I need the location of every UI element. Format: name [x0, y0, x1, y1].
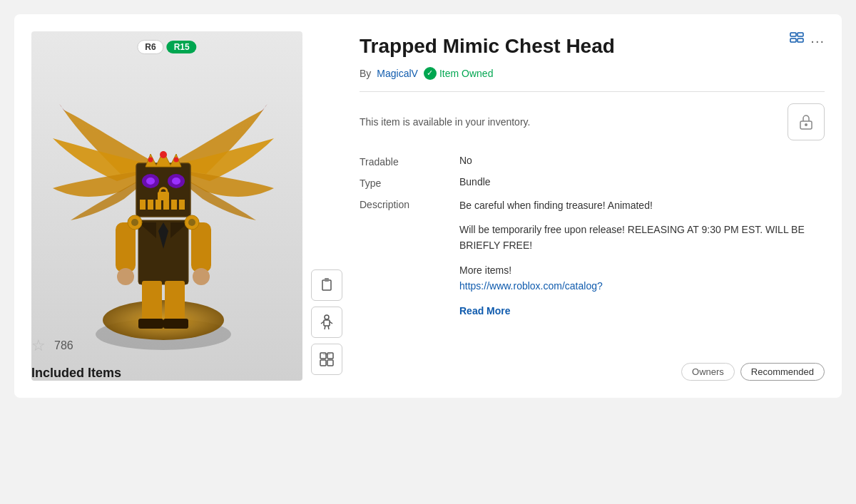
svg-rect-16	[163, 200, 169, 210]
svg-line-37	[328, 326, 329, 329]
type-value: Bundle	[459, 176, 825, 189]
creator-link[interactable]: MagicalV	[377, 68, 418, 79]
inventory-row: This item is available in your inventory…	[360, 103, 825, 140]
svg-rect-42	[320, 360, 326, 366]
svg-rect-43	[327, 360, 333, 366]
svg-rect-35	[324, 320, 330, 326]
svg-point-1	[103, 300, 224, 340]
right-section: ··· Trapped Mimic Chest Head By MagicalV…	[360, 31, 825, 381]
left-section: R6 R15	[31, 31, 342, 381]
svg-rect-41	[327, 353, 333, 359]
character-svg	[53, 38, 281, 352]
type-label: Type	[360, 176, 459, 189]
svg-rect-40	[320, 353, 326, 359]
details-grid: Tradable No Type Bundle Description Be c…	[360, 155, 825, 319]
owners-tab[interactable]: Owners	[681, 363, 735, 381]
svg-rect-7	[163, 319, 188, 329]
grid-view-button[interactable]	[311, 344, 342, 375]
description-line2: Will be temporarily free upon release! R…	[459, 222, 825, 254]
torso-view-button[interactable]	[311, 269, 342, 301]
svg-point-22	[172, 178, 180, 185]
check-icon: ✓	[424, 67, 437, 80]
svg-rect-15	[156, 200, 161, 210]
svg-rect-47	[790, 38, 796, 42]
tradable-label: Tradable	[360, 155, 459, 168]
svg-point-25	[148, 158, 153, 163]
svg-rect-18	[179, 200, 185, 210]
svg-point-30	[188, 219, 195, 226]
lock-button[interactable]	[788, 103, 825, 140]
description-line1: Be careful when finding treasure! Animat…	[459, 197, 825, 213]
svg-point-26	[174, 158, 179, 163]
svg-rect-17	[171, 200, 177, 210]
favorites-count: 786	[54, 339, 73, 352]
star-icon[interactable]: ☆	[31, 336, 46, 355]
divider	[360, 91, 825, 92]
view-buttons	[311, 31, 342, 381]
svg-point-21	[146, 178, 155, 185]
main-card: R6 R15	[14, 14, 842, 398]
recommended-tab[interactable]: Recommended	[740, 363, 825, 381]
svg-rect-33	[325, 278, 329, 282]
favorites-row: ☆ 786	[31, 336, 73, 355]
character-area	[31, 31, 302, 381]
full-body-view-button[interactable]	[311, 307, 342, 338]
svg-rect-32	[322, 280, 331, 290]
svg-point-10	[117, 268, 134, 285]
svg-rect-13	[140, 200, 146, 210]
included-items-title: Included Items	[31, 366, 121, 381]
owned-text: Item Owned	[439, 68, 493, 79]
svg-rect-46	[798, 33, 803, 36]
more-options-button[interactable]: ···	[810, 33, 825, 49]
item-preview: R6 R15	[31, 31, 302, 381]
owned-badge: ✓ Item Owned	[424, 67, 493, 80]
read-more-link[interactable]: Read More	[459, 305, 511, 317]
description-label: Description	[360, 197, 459, 319]
svg-point-24	[160, 151, 167, 158]
svg-rect-14	[148, 200, 153, 210]
tradable-value: No	[459, 155, 825, 168]
svg-point-50	[805, 123, 807, 126]
by-line: By MagicalV ✓ Item Owned	[360, 67, 825, 80]
description-line3: More items! https://www.roblox.com/catal…	[459, 262, 825, 294]
page-container: R6 R15	[0, 0, 856, 504]
bottom-tabs: Owners Recommended	[681, 363, 825, 381]
svg-point-34	[325, 315, 329, 319]
item-title: Trapped Mimic Chest Head	[360, 34, 768, 58]
by-label: By	[360, 68, 371, 79]
description-content: Be careful when finding treasure! Animat…	[459, 197, 825, 319]
svg-rect-48	[798, 38, 803, 42]
svg-rect-4	[142, 281, 162, 324]
svg-line-36	[325, 326, 325, 329]
svg-rect-8	[116, 222, 136, 272]
layout-icon[interactable]	[789, 31, 805, 51]
included-items-section: Included Items	[31, 366, 121, 381]
svg-rect-45	[790, 33, 796, 36]
description-link[interactable]: https://www.roblox.com/catalog?	[459, 280, 603, 292]
svg-rect-5	[165, 281, 185, 324]
inventory-text: This item is available in your inventory…	[360, 116, 530, 128]
svg-rect-9	[191, 222, 211, 272]
top-actions: ···	[789, 31, 825, 51]
svg-point-28	[131, 219, 138, 226]
svg-rect-6	[138, 319, 163, 329]
svg-point-11	[193, 268, 210, 285]
svg-rect-31	[158, 192, 169, 200]
